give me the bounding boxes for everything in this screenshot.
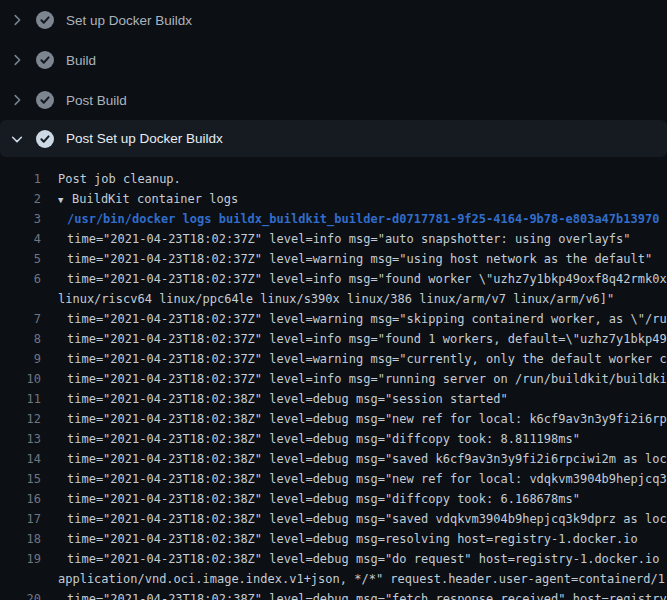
log-text: time="2021-04-23T18:02:37Z" level=info m… — [67, 369, 667, 389]
line-number[interactable]: 15 — [0, 469, 41, 489]
line-number[interactable]: 19 — [0, 549, 41, 569]
log-text: time="2021-04-23T18:02:38Z" level=debug … — [67, 449, 667, 469]
line-number[interactable]: 6 — [0, 269, 41, 289]
step-title: Build — [66, 53, 96, 68]
group-collapse-icon[interactable]: ▼ — [58, 190, 70, 209]
log-text: time="2021-04-23T18:02:38Z" level=debug … — [67, 549, 667, 569]
log-text: time="2021-04-23T18:02:38Z" level=debug … — [67, 429, 580, 449]
log-row: 12time="2021-04-23T18:02:38Z" level=debu… — [0, 409, 667, 429]
steps-list: Set up Docker Buildx Build Post Build — [0, 0, 667, 157]
check-circle-icon — [36, 91, 54, 109]
line-number[interactable]: 2 — [0, 189, 41, 209]
log-row: 9time="2021-04-23T18:02:37Z" level=warni… — [0, 349, 667, 369]
log-text: time="2021-04-23T18:02:38Z" level=debug … — [67, 389, 508, 409]
chevron-right-icon — [10, 13, 24, 27]
line-number[interactable]: 11 — [0, 389, 41, 409]
step-title: Post Build — [66, 93, 127, 108]
log-row: 16time="2021-04-23T18:02:38Z" level=debu… — [0, 489, 667, 509]
log-text: time="2021-04-23T18:02:37Z" level=warnin… — [67, 349, 667, 369]
log-text: linux/riscv64 linux/ppc64le linux/s390x … — [58, 289, 614, 309]
step-post-set-up-docker-buildx[interactable]: Post Set up Docker Buildx — [0, 120, 667, 157]
line-number[interactable]: 1 — [0, 169, 41, 189]
line-number[interactable]: 7 — [0, 309, 41, 329]
check-circle-icon — [36, 130, 54, 148]
line-number[interactable]: 20 — [0, 589, 41, 600]
log-row: 11time="2021-04-23T18:02:38Z" level=debu… — [0, 389, 667, 409]
log-text: time="2021-04-23T18:02:38Z" level=debug … — [67, 509, 667, 529]
line-number[interactable]: 8 — [0, 329, 41, 349]
step-title: Set up Docker Buildx — [66, 13, 192, 28]
log-row: 3/usr/bin/docker logs buildx_buildkit_bu… — [0, 209, 667, 229]
log-text: time="2021-04-23T18:02:37Z" level=warnin… — [67, 249, 652, 269]
line-number[interactable]: 3 — [0, 209, 41, 229]
chevron-right-icon — [10, 93, 24, 107]
check-circle-icon — [36, 51, 54, 69]
log-row: application/vnd.oci.image.index.v1+json,… — [0, 569, 667, 589]
log-row: 6time="2021-04-23T18:02:37Z" level=info … — [0, 269, 667, 289]
log-text: time="2021-04-23T18:02:37Z" level=warnin… — [67, 309, 667, 329]
log-row: 19time="2021-04-23T18:02:38Z" level=debu… — [0, 549, 667, 569]
log-row: 10time="2021-04-23T18:02:37Z" level=info… — [0, 369, 667, 389]
log-row: 2▼BuildKit container logs — [0, 189, 667, 209]
log-row: 15time="2021-04-23T18:02:38Z" level=debu… — [0, 469, 667, 489]
line-number[interactable]: 4 — [0, 229, 41, 249]
log-row: 8time="2021-04-23T18:02:37Z" level=info … — [0, 329, 667, 349]
log-text: time="2021-04-23T18:02:38Z" level=debug … — [67, 469, 667, 489]
log-text: time="2021-04-23T18:02:38Z" level=debug … — [67, 529, 638, 549]
log-text: time="2021-04-23T18:02:37Z" level=info m… — [67, 269, 667, 289]
log-command-text: /usr/bin/docker logs buildx_buildkit_bui… — [67, 209, 659, 229]
log-row: 14time="2021-04-23T18:02:38Z" level=debu… — [0, 449, 667, 469]
log-row: 4time="2021-04-23T18:02:37Z" level=info … — [0, 229, 667, 249]
step-post-build[interactable]: Post Build — [0, 80, 667, 120]
line-number[interactable]: 16 — [0, 489, 41, 509]
workflow-log-viewer: Set up Docker Buildx Build Post Build — [0, 0, 667, 600]
line-number[interactable]: 14 — [0, 449, 41, 469]
line-number[interactable]: 10 — [0, 369, 41, 389]
log-row: linux/riscv64 linux/ppc64le linux/s390x … — [0, 289, 667, 309]
step-title: Post Set up Docker Buildx — [66, 131, 223, 146]
line-number[interactable]: 12 — [0, 409, 41, 429]
log-row: 13time="2021-04-23T18:02:38Z" level=debu… — [0, 429, 667, 449]
log-text: time="2021-04-23T18:02:37Z" level=info m… — [67, 229, 631, 249]
chevron-down-icon — [10, 132, 24, 146]
log-text: BuildKit container logs — [72, 189, 238, 209]
step-build[interactable]: Build — [0, 40, 667, 80]
line-number[interactable]: 9 — [0, 349, 41, 369]
log-text: time="2021-04-23T18:02:38Z" level=debug … — [67, 589, 667, 600]
log-row: 1Post job cleanup. — [0, 169, 667, 189]
line-number[interactable]: 5 — [0, 249, 41, 269]
log-row: 5time="2021-04-23T18:02:37Z" level=warni… — [0, 249, 667, 269]
log-text: time="2021-04-23T18:02:38Z" level=debug … — [67, 409, 667, 429]
line-number[interactable]: 13 — [0, 429, 41, 449]
log-rows: 1Post job cleanup.2▼BuildKit container l… — [0, 157, 667, 600]
step-set-up-docker-buildx[interactable]: Set up Docker Buildx — [0, 0, 667, 40]
line-number[interactable]: 18 — [0, 529, 41, 549]
log-row: 7time="2021-04-23T18:02:37Z" level=warni… — [0, 309, 667, 329]
log-text: time="2021-04-23T18:02:37Z" level=info m… — [67, 329, 667, 349]
line-number[interactable]: 17 — [0, 509, 41, 529]
log-text: application/vnd.oci.image.index.v1+json,… — [58, 569, 667, 589]
check-circle-icon — [36, 11, 54, 29]
log-row: 18time="2021-04-23T18:02:38Z" level=debu… — [0, 529, 667, 549]
log-row: 20time="2021-04-23T18:02:38Z" level=debu… — [0, 589, 667, 600]
chevron-right-icon — [10, 53, 24, 67]
log-text: Post job cleanup. — [58, 169, 181, 189]
log-row: 17time="2021-04-23T18:02:38Z" level=debu… — [0, 509, 667, 529]
log-text: time="2021-04-23T18:02:38Z" level=debug … — [67, 489, 580, 509]
